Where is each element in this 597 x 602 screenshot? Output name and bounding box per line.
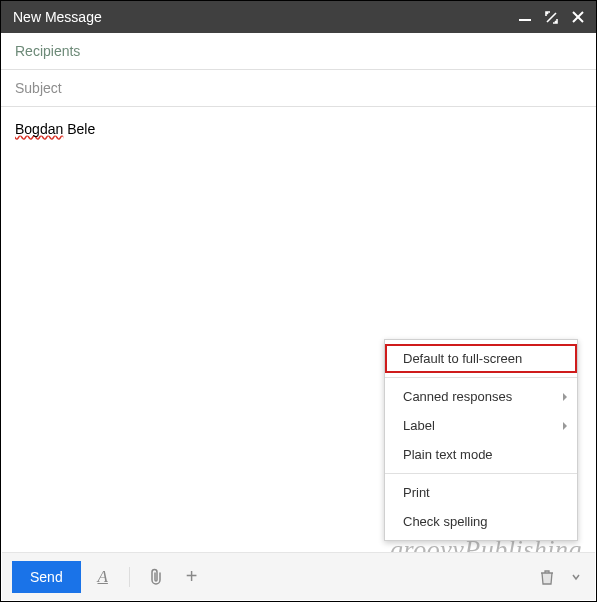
compose-title: New Message — [13, 9, 102, 25]
subject-field[interactable]: Subject — [1, 70, 596, 107]
minimize-icon[interactable] — [519, 12, 531, 22]
more-options-icon[interactable] — [567, 563, 585, 591]
window-controls — [519, 11, 584, 24]
menu-plain-text[interactable]: Plain text mode — [385, 440, 577, 469]
menu-canned-responses[interactable]: Canned responses — [385, 382, 577, 411]
svg-line-1 — [547, 13, 556, 22]
close-icon[interactable] — [572, 11, 584, 23]
menu-print[interactable]: Print — [385, 478, 577, 507]
insert-more-icon[interactable]: + — [178, 563, 206, 591]
menu-default-fullscreen[interactable]: Default to full-screen — [385, 344, 577, 373]
toolbar-divider — [129, 567, 130, 587]
menu-check-spelling[interactable]: Check spelling — [385, 507, 577, 536]
body-word: Bele — [67, 121, 95, 137]
body-word: Bogdan — [15, 121, 63, 137]
more-options-menu: Default to full-screen Canned responses … — [384, 339, 578, 541]
trash-icon[interactable] — [533, 563, 561, 591]
menu-separator — [385, 377, 577, 378]
compose-toolbar: Send A + — [2, 552, 595, 600]
send-button[interactable]: Send — [12, 561, 81, 593]
menu-separator — [385, 473, 577, 474]
header-fields: Recipients Subject — [1, 33, 596, 107]
fullscreen-icon[interactable] — [545, 11, 558, 24]
compose-titlebar: New Message — [1, 1, 596, 33]
attach-icon[interactable] — [142, 563, 170, 591]
menu-label[interactable]: Label — [385, 411, 577, 440]
formatting-icon[interactable]: A — [89, 563, 117, 591]
recipients-field[interactable]: Recipients — [1, 33, 596, 70]
